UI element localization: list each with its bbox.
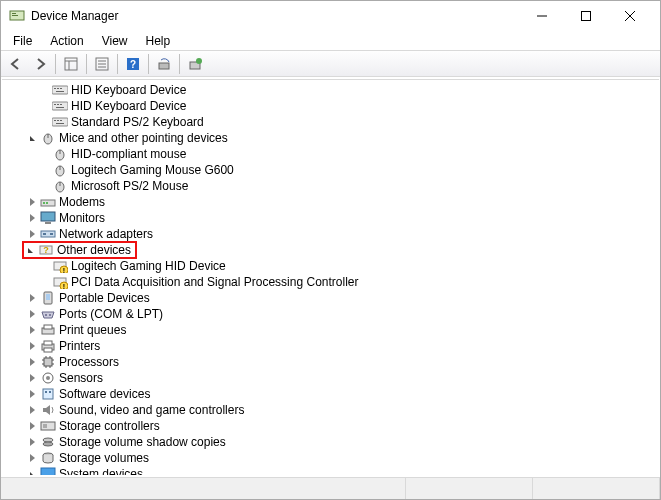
device-label: PCI Data Acquisition and Signal Processi… [71,275,358,289]
close-button[interactable] [608,2,652,30]
category-storage-controllers[interactable]: Storage controllers [2,418,659,434]
category-label: Ports (COM & LPT) [59,307,163,321]
help-button[interactable]: ? [122,53,144,75]
category-label: Storage volume shadow copies [59,435,226,449]
category-label: Modems [59,195,105,209]
svg-rect-28 [56,107,64,108]
svg-rect-32 [60,120,62,121]
category-label: Storage volumes [59,451,149,465]
ports-icon [40,306,56,322]
statusbar [1,477,660,499]
svg-point-84 [43,442,53,446]
svg-rect-19 [52,86,68,94]
expand-toggle[interactable] [26,452,38,464]
device-item[interactable]: HID-compliant mouse [2,146,659,162]
storage-controller-icon [40,418,56,434]
category-label: Processors [59,355,119,369]
keyboard-icon [52,114,68,130]
menu-file[interactable]: File [5,32,40,50]
device-label: Logitech Gaming Mouse G600 [71,163,234,177]
svg-rect-21 [57,88,59,89]
expand-toggle[interactable] [26,324,38,336]
svg-rect-25 [54,104,56,105]
category-monitors[interactable]: Monitors [2,210,659,226]
category-mice[interactable]: Mice and other pointing devices [2,130,659,146]
printer-icon [40,338,56,354]
expand-toggle[interactable] [26,436,38,448]
category-printers[interactable]: Printers [2,338,659,354]
device-item[interactable]: ! PCI Data Acquisition and Signal Proces… [2,274,659,290]
svg-rect-26 [57,104,59,105]
toolbar-separator [148,54,149,74]
expand-toggle[interactable] [26,292,38,304]
device-tree[interactable]: HID Keyboard Device HID Keyboard Device … [2,79,659,475]
svg-rect-86 [41,468,55,475]
minimize-button[interactable] [520,2,564,30]
device-item[interactable]: Microsoft PS/2 Mouse [2,178,659,194]
category-print-queues[interactable]: Print queues [2,322,659,338]
category-storage-volumes[interactable]: Storage volumes [2,450,659,466]
category-software[interactable]: Software devices [2,386,659,402]
category-label: Software devices [59,387,150,401]
svg-point-61 [49,314,51,316]
svg-rect-22 [60,88,62,89]
maximize-button[interactable] [564,2,608,30]
category-sound[interactable]: Sound, video and game controllers [2,402,659,418]
category-processors[interactable]: Processors [2,354,659,370]
svg-rect-65 [44,341,52,345]
forward-button[interactable] [29,53,51,75]
svg-rect-80 [49,391,51,393]
category-portable[interactable]: Portable Devices [2,290,659,306]
status-cell [406,478,533,499]
device-label: HID Keyboard Device [71,83,186,97]
expand-toggle[interactable] [26,340,38,352]
device-item[interactable]: Logitech Gaming Mouse G600 [2,162,659,178]
category-sensors[interactable]: Sensors [2,370,659,386]
back-button[interactable] [5,53,27,75]
expand-toggle[interactable] [26,420,38,432]
menu-help[interactable]: Help [138,32,179,50]
category-shadow-copies[interactable]: Storage volume shadow copies [2,434,659,450]
category-ports[interactable]: Ports (COM & LPT) [2,306,659,322]
window-title: Device Manager [31,9,520,23]
svg-rect-67 [44,358,52,366]
status-cell [533,478,660,499]
expand-toggle[interactable] [26,388,38,400]
other-devices-icon: ? [38,242,54,258]
expand-toggle[interactable] [26,372,38,384]
expand-toggle[interactable] [26,468,38,475]
category-modems[interactable]: Modems [2,194,659,210]
svg-point-18 [196,58,202,64]
show-hide-tree-button[interactable] [60,53,82,75]
titlebar: Device Manager [1,1,660,31]
category-system[interactable]: System devices [2,466,659,475]
device-item[interactable]: HID Keyboard Device [2,82,659,98]
category-other-devices[interactable]: ? Other devices [2,242,659,258]
properties-button[interactable] [91,53,113,75]
category-label: Sensors [59,371,103,385]
svg-rect-27 [60,104,62,105]
category-network[interactable]: Network adapters [2,226,659,242]
device-item[interactable]: Standard PS/2 Keyboard [2,114,659,130]
storage-volume-icon [40,450,56,466]
device-item[interactable]: ! Logitech Gaming HID Device [2,258,659,274]
expand-toggle[interactable] [26,212,38,224]
expand-toggle[interactable] [26,308,38,320]
expand-toggle[interactable] [26,196,38,208]
expand-toggle[interactable] [26,356,38,368]
category-label: System devices [59,467,143,475]
expand-toggle[interactable] [26,228,38,240]
expand-toggle[interactable] [26,132,38,144]
scan-hardware-button[interactable] [153,53,175,75]
expand-toggle[interactable] [24,244,36,256]
device-item[interactable]: HID Keyboard Device [2,98,659,114]
svg-rect-1 [12,13,16,14]
add-legacy-button[interactable] [184,53,206,75]
menu-action[interactable]: Action [42,32,91,50]
toolbar-separator [55,54,56,74]
expand-toggle[interactable] [26,404,38,416]
svg-rect-63 [44,325,52,329]
menu-view[interactable]: View [94,32,136,50]
svg-rect-31 [57,120,59,121]
svg-rect-30 [54,120,56,121]
